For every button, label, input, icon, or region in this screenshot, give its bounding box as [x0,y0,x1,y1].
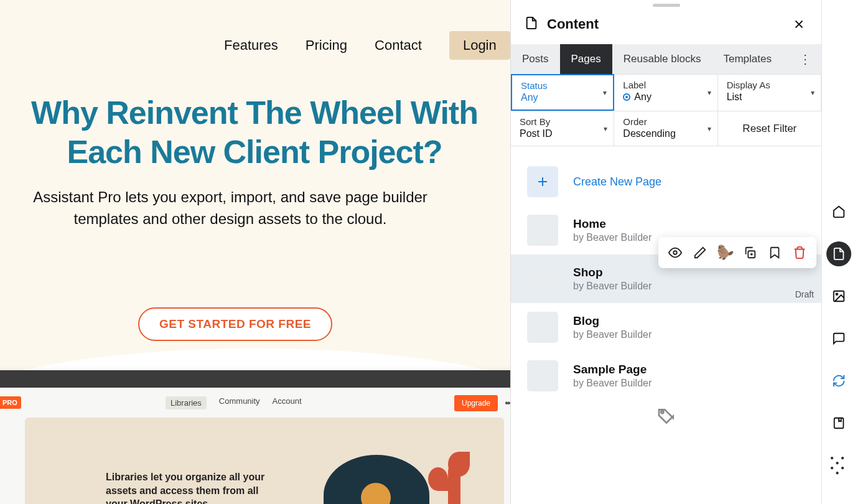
page-author: by Beaver Builder [573,281,652,292]
list-item[interactable]: Blog by Beaver Builder [511,303,821,352]
svg-point-0 [673,251,677,254]
filter-order[interactable]: Order Descending ▾ [614,111,717,146]
filter-label[interactable]: Label Any ▾ [614,74,717,111]
tabs-more-icon[interactable]: ⋮ [789,52,821,67]
filter-sort-value: Post ID [520,128,605,139]
page-icon [525,16,538,32]
edit-icon[interactable] [689,242,711,263]
page-author: by Beaver Builder [573,329,652,340]
filters: Status Any ▾ Label Any ▾ Display As List… [511,74,821,146]
filter-status-value: Any [521,92,604,103]
page-title: Shop [573,266,652,279]
list-item[interactable]: Sample Page by Beaver Builder [511,352,821,400]
tab-pages[interactable]: Pages [560,44,612,74]
content-panel: Content Posts Pages Reusable blocks Temp… [510,0,821,504]
create-new-page-button[interactable]: Create New Page [511,157,821,206]
filter-status[interactable]: Status Any ▾ [511,74,614,111]
bookmark-icon[interactable] [764,242,785,263]
media-icon[interactable] [826,284,851,309]
sync-icon[interactable] [826,368,851,393]
landing-area: Features Pricing Contact Login Why Reinv… [0,0,510,504]
chevron-down-icon: ▾ [708,88,711,97]
dash-tab-libraries[interactable]: Libraries [166,396,207,409]
tag-icon[interactable] [511,400,821,439]
home-icon[interactable] [826,199,851,224]
filter-sort-label: Sort By [520,116,605,127]
nav-features[interactable]: Features [224,37,278,54]
status-badge: Draft [795,289,814,299]
pages-list: Create New Page Home by Beaver Builder 🦫… [511,146,821,504]
create-new-page-label: Create New Page [573,175,661,189]
subhead: Assistant Pro lets you export, import, a… [12,187,448,230]
get-started-button[interactable]: GET STARTED FOR FREE [138,307,332,341]
filter-display-as[interactable]: Display As List ▾ [718,74,821,111]
reset-filter-button[interactable]: Reset Filter [718,111,821,146]
content-tabs: Posts Pages Reusable blocks Templates ⋮ [511,44,821,74]
trash-icon[interactable] [789,242,810,263]
filter-display-value: List [727,91,812,103]
tab-posts[interactable]: Posts [511,44,560,74]
filter-label-value: Any [623,91,708,103]
chevron-down-icon: ▾ [708,124,711,133]
filter-display-label: Display As [727,80,812,90]
dash-tab-community[interactable]: Community [219,396,260,409]
close-icon[interactable] [790,16,808,33]
page-thumbnail [527,312,558,343]
radio-icon [623,93,630,101]
content-icon[interactable] [826,241,851,266]
nav-pricing[interactable]: Pricing [306,37,347,54]
page-title: Home [573,217,652,231]
chevron-down-icon: ▾ [604,124,607,133]
dashboard-tabs: Libraries Community Account [166,396,302,409]
duplicate-icon[interactable] [739,242,760,263]
filter-order-value: Descending [623,128,708,139]
nav-contact[interactable]: Contact [375,37,422,54]
beaver-builder-icon[interactable]: 🦫 [714,242,736,263]
page-thumbnail [527,360,558,391]
row-actions: 🦫 [658,237,816,268]
tab-reusable-blocks[interactable]: Reusable blocks [612,44,712,74]
page-thumbnail [527,215,558,246]
upgrade-button[interactable]: Upgrade [454,395,498,411]
library-icon[interactable] [826,411,851,436]
dashboard-hero-text: Libraries let you organize all your asse… [106,470,268,504]
filter-label-label: Label [623,80,708,90]
app-rail: ● ● ●● ● ● [821,0,855,504]
list-item[interactable]: 🦫 Shop by Beaver Builder Draft [511,254,821,303]
apps-icon[interactable]: ● ● ●● ● ● [826,453,851,478]
panel-title: Content [547,16,599,32]
dash-tab-account[interactable]: Account [273,396,302,409]
view-icon[interactable] [665,242,686,263]
filter-order-label: Order [623,116,708,127]
dash-more-icon[interactable]: ••• [505,398,510,409]
tab-templates[interactable]: Templates [712,44,782,74]
top-nav: Features Pricing Contact Login [224,31,510,60]
plus-icon [527,166,558,197]
page-author: by Beaver Builder [573,378,652,389]
inner-dashboard-preview: PRO Libraries Community Account Upgrade … [0,370,510,504]
comments-icon[interactable] [826,326,851,351]
page-title: Blog [573,314,652,328]
svg-point-4 [836,293,838,295]
illustration [299,446,460,504]
nav-login[interactable]: Login [449,31,510,60]
filter-sort-by[interactable]: Sort By Post ID ▾ [511,111,614,146]
page-thumbnail [527,263,558,294]
page-title: Sample Page [573,363,652,376]
headline: Why Reinvent The Wheel With Each New Cli… [9,93,500,172]
page-author: by Beaver Builder [573,232,652,243]
filter-status-label: Status [521,80,604,91]
svg-point-2 [661,411,663,413]
chevron-down-icon: ▾ [811,88,815,97]
chevron-down-icon: ▾ [603,88,607,97]
pro-badge: PRO [0,396,21,409]
